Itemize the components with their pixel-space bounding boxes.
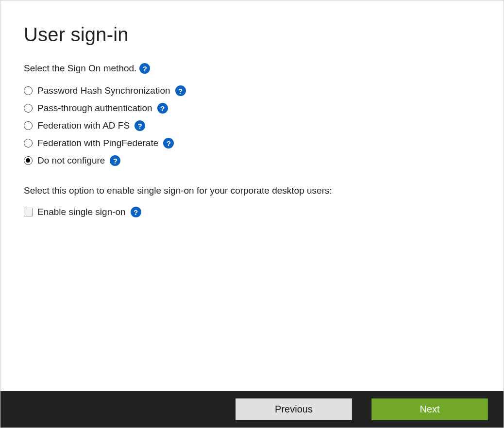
radio-adfs[interactable] xyxy=(24,121,33,130)
radio-row-adfs: Federation with AD FS ? xyxy=(24,120,480,131)
sign-on-radio-group: Password Hash Synchronization ? Pass-thr… xyxy=(24,85,480,166)
radio-do-not-configure[interactable] xyxy=(24,156,33,165)
radio-label: Password Hash Synchronization xyxy=(37,85,170,96)
sign-on-prompt-text: Select the Sign On method. xyxy=(24,63,136,74)
help-icon[interactable]: ? xyxy=(110,155,120,166)
radio-row-pass-through: Pass-through authentication ? xyxy=(24,103,480,114)
help-icon[interactable]: ? xyxy=(139,63,150,74)
help-icon[interactable]: ? xyxy=(134,120,145,131)
next-button[interactable]: Next xyxy=(371,398,488,420)
enable-sso-label: Enable single sign-on xyxy=(37,207,126,217)
footer-bar: Previous Next xyxy=(0,391,504,428)
sso-description: Select this option to enable single sign… xyxy=(24,185,480,196)
radio-pass-through[interactable] xyxy=(24,104,33,113)
radio-label: Federation with PingFederate xyxy=(37,138,158,148)
enable-sso-checkbox[interactable] xyxy=(24,208,33,216)
radio-label: Do not configure xyxy=(37,155,105,166)
radio-pingfederate[interactable] xyxy=(24,139,33,148)
help-icon[interactable]: ? xyxy=(131,207,141,217)
sso-checkbox-row: Enable single sign-on ? xyxy=(24,207,480,217)
help-icon[interactable]: ? xyxy=(175,85,186,96)
help-icon[interactable]: ? xyxy=(163,138,174,148)
radio-row-pingfederate: Federation with PingFederate ? xyxy=(24,138,480,148)
radio-label: Federation with AD FS xyxy=(37,120,130,131)
radio-label: Pass-through authentication xyxy=(37,103,152,114)
radio-row-password-hash: Password Hash Synchronization ? xyxy=(24,85,480,96)
radio-password-hash[interactable] xyxy=(24,86,33,95)
sign-on-prompt: Select the Sign On method. ? xyxy=(24,63,480,74)
radio-row-do-not-configure: Do not configure ? xyxy=(24,155,480,166)
help-icon[interactable]: ? xyxy=(157,103,168,114)
previous-button[interactable]: Previous xyxy=(235,398,352,420)
page-title: User sign-in xyxy=(24,24,480,46)
